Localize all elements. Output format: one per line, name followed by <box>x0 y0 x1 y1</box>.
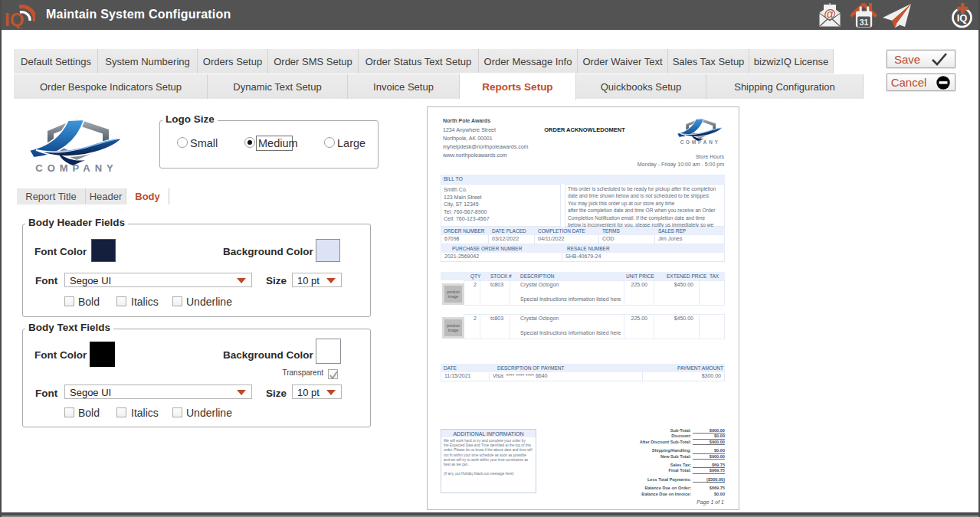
svg-text:31: 31 <box>860 18 869 27</box>
svg-text:COMPANY: COMPANY <box>680 139 720 145</box>
svg-text:IQ: IQ <box>957 12 968 24</box>
svg-text:COMPANY: COMPANY <box>35 162 117 174</box>
